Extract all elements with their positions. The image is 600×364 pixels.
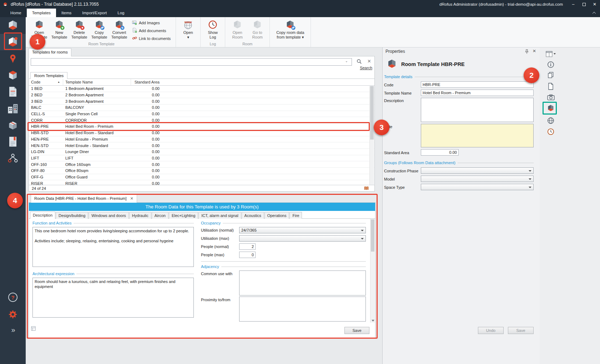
table-row-hen-pre[interactable]: HEN-PREHotel Ensuite - Premium0.00 <box>29 136 374 143</box>
sidebar-item-buildings[interactable] <box>0 100 26 117</box>
web-button[interactable] <box>544 116 558 126</box>
sidebar-item-items[interactable] <box>0 50 26 67</box>
search-link[interactable]: Search <box>360 66 372 70</box>
table-row-3-bed[interactable]: 3 BED3 Bedroom Apartment0.00 <box>29 98 374 105</box>
template-name-input[interactable] <box>421 90 534 96</box>
close-button[interactable]: ✕ <box>589 0 600 9</box>
save-button[interactable]: Save <box>508 327 534 334</box>
people-normal-input[interactable] <box>239 243 256 250</box>
sidebar-item-systems[interactable] <box>0 117 26 133</box>
people-max-input[interactable] <box>239 252 256 258</box>
log-button[interactable] <box>544 127 558 137</box>
column-header-code[interactable]: Code ▲ <box>29 79 63 85</box>
close-properties-icon[interactable]: ✕ <box>533 49 536 54</box>
sidebar-item-rooms[interactable] <box>0 17 26 34</box>
table-row-hen-std[interactable]: HEN-STDHotel Ensuite - Standard0.00 <box>29 142 374 149</box>
table-row-riser[interactable]: RISERRISER0.00 <box>29 180 374 185</box>
common-use-textarea[interactable] <box>239 271 366 295</box>
menu-tab-home[interactable]: Home <box>5 9 27 17</box>
grid-layout-button[interactable] <box>544 49 558 59</box>
table-row-hbr-pre[interactable]: HBR-PREHotel Bed Room - Premium0.00 <box>29 123 374 130</box>
close-tab-icon[interactable]: ✕ <box>130 196 133 203</box>
model-select[interactable] <box>421 176 534 182</box>
proximity-textarea[interactable] <box>239 297 366 322</box>
ribbon-collapse-button[interactable] <box>588 9 600 17</box>
table-row-off-80[interactable]: OFF-80Office 80sqm0.00 <box>29 168 374 174</box>
show-log-button[interactable]: ShowLog <box>203 18 223 39</box>
table-row-off-160[interactable]: OFF-160Office 160sqm0.00 <box>29 161 374 168</box>
room-data-tab-aircon[interactable]: Aircon <box>152 212 168 219</box>
utilisation-max-select[interactable] <box>239 235 366 242</box>
room-data-tab-windows-and-doors[interactable]: Windows and doors <box>89 212 129 219</box>
table-scrollbar[interactable] <box>369 86 374 185</box>
sidebar-item-products[interactable] <box>0 67 26 84</box>
scroll-down-icon[interactable] <box>372 320 374 322</box>
sidebar-item-help[interactable]: ? <box>0 289 26 305</box>
room-data-tab-ict-alarm-and-signal[interactable]: ICT, alarm and signal <box>198 212 241 219</box>
info-button[interactable] <box>544 60 558 70</box>
sidebar-item-members[interactable] <box>0 150 26 167</box>
room-data-tab-fire[interactable]: Fire <box>289 212 302 219</box>
room-data-tab-acoustics[interactable]: Acoustics <box>242 212 264 219</box>
save-button[interactable]: Save <box>344 327 369 334</box>
menu-tab-import-export[interactable]: Import/Export <box>77 9 112 17</box>
copy-room-data-from-template-button[interactable]: Copy room datafrom template ▾ <box>272 18 308 39</box>
column-header-template-name[interactable]: Template Name <box>63 79 131 85</box>
table-row-off-g[interactable]: OFF-GOffice Guard0.00 <box>29 174 374 181</box>
images-button[interactable] <box>544 92 558 102</box>
table-row-2-bed[interactable]: 2 BED2 Bedroom Apartment0.00 <box>29 92 374 98</box>
copy-template-button[interactable]: CopyTemplate <box>89 18 109 39</box>
room-data-tab-design-building[interactable]: Design/building <box>56 212 88 219</box>
room-data-tab-description[interactable]: Description <box>30 212 55 219</box>
search-input[interactable] <box>31 58 352 66</box>
room-data-scrollbar[interactable] <box>370 219 375 323</box>
menu-tab-templates[interactable]: Templates <box>27 9 56 17</box>
link-to-documents-button[interactable]: Link to documents <box>132 36 171 41</box>
documents-button[interactable] <box>544 81 558 91</box>
menu-tab-log[interactable]: Log <box>112 9 130 17</box>
convert-template-button[interactable]: ConvertTemplate <box>109 18 129 39</box>
function-activities-textarea[interactable]: This one bedroom hotel room provides liv… <box>32 227 194 267</box>
layout-grid-icon[interactable] <box>31 326 36 332</box>
room-data-tab-elec-lighting[interactable]: Elec+Lighting <box>169 212 198 219</box>
add-images-button[interactable]: Add Images <box>132 20 171 26</box>
minimize-button[interactable]: – <box>568 0 579 9</box>
scrollbar-thumb[interactable] <box>371 219 374 252</box>
undo-button[interactable]: Undo <box>478 327 504 334</box>
room-data-tab-hydraulic[interactable]: Hydraulic <box>129 212 151 219</box>
table-row-lg-din[interactable]: LG-DINLounge Diner0.00 <box>29 149 374 155</box>
menu-tab-items[interactable]: Items <box>56 9 77 17</box>
open-room-button[interactable]: OpenRoom <box>227 18 247 39</box>
architectural-expression-textarea[interactable]: Room should have a luxurious, calm and r… <box>32 278 194 318</box>
search-icon[interactable] <box>357 59 362 65</box>
www-open-button[interactable]: wwwOpen▾ <box>178 18 198 39</box>
tab-room-templates[interactable]: Room Templates <box>30 72 67 79</box>
delete-template-button[interactable]: DeleteTemplate <box>69 18 89 39</box>
room-data-tab-operations[interactable]: Operations <box>264 212 289 219</box>
sidebar-item-room-templates[interactable] <box>0 34 26 51</box>
search-history-dropdown-icon[interactable]: ⌄ <box>345 59 348 63</box>
table-row-hbr-std[interactable]: HBR-STDHotel Bed Room - Standard0.00 <box>29 130 374 136</box>
utilisation-normal-select[interactable]: 24/7/365 <box>239 227 366 233</box>
room-data-button[interactable] <box>544 70 558 80</box>
tab-room-data[interactable]: Room Data [HBR-PRE - Hotel Bed Room - Pr… <box>31 194 137 203</box>
column-header-standard-area[interactable]: Standard Area <box>131 79 162 85</box>
construction-phase-select[interactable] <box>421 167 534 174</box>
sidebar-item-documents[interactable] <box>0 84 26 100</box>
sidebar-item-reports[interactable] <box>0 133 26 150</box>
description-textarea[interactable] <box>421 98 534 122</box>
table-row-1-bed[interactable]: 1 BED1 Bedroom Apartment0.00 <box>29 86 374 92</box>
table-row-balc[interactable]: BALCBALCONY0.00 <box>29 105 374 111</box>
note-textarea[interactable] <box>421 124 534 147</box>
go-to-room-button[interactable]: Go toRoom <box>247 18 267 39</box>
search-clear-icon[interactable]: ✕ <box>367 59 371 64</box>
table-row-corr[interactable]: CORRCORRIDOR0.00 <box>29 117 374 123</box>
pin-icon[interactable] <box>525 49 529 55</box>
new-template-button[interactable]: NewTemplate <box>49 18 69 39</box>
table-row-cell-s[interactable]: CELL-SSingle Person Cell0.00 <box>29 111 374 117</box>
sidebar-item-settings[interactable] <box>0 306 26 323</box>
sidebar-expand[interactable]: » <box>0 322 26 338</box>
table-row-lift[interactable]: LIFTLIFT0.00 <box>29 155 374 162</box>
report-book-icon[interactable] <box>364 186 369 191</box>
standard-area-input[interactable] <box>421 149 459 156</box>
